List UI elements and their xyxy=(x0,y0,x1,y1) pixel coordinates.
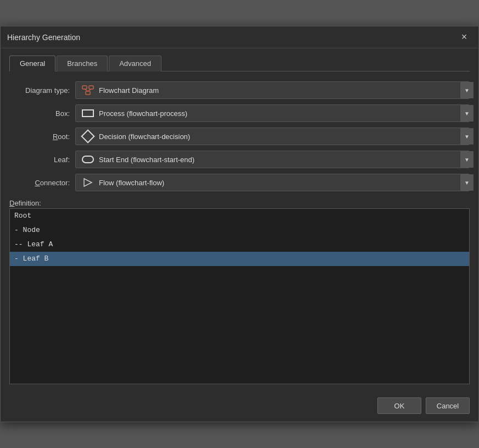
diagram-type-row: Diagram type: Flowchart Diagram ▼ xyxy=(9,81,470,99)
definition-label: Definition: xyxy=(9,199,470,207)
decision-icon xyxy=(80,129,96,144)
diagram-type-dropdown[interactable]: Flowchart Diagram ▼ xyxy=(75,81,470,99)
box-value: Process (flowchart-process) xyxy=(99,109,465,118)
connector-value: Flow (flowchart-flow) xyxy=(99,179,465,187)
dialog-title: Hierarchy Generation xyxy=(7,33,80,42)
root-arrow: ▼ xyxy=(460,128,474,145)
startend-icon xyxy=(80,152,96,167)
leaf-dropdown[interactable]: Start End (flowchart-start-end) ▼ xyxy=(75,151,470,168)
leaf-row: Leaf: Start End (flowchart-start-end) ▼ xyxy=(9,151,470,168)
connector-arrow: ▼ xyxy=(460,174,474,191)
root-dropdown[interactable]: Decision (flowchart-decision) ▼ xyxy=(75,128,470,145)
def-line-leaf-b[interactable]: - Leaf B xyxy=(10,252,469,266)
def-line-leaf-a[interactable]: -- Leaf A xyxy=(10,237,469,252)
diagram-type-value: Flowchart Diagram xyxy=(99,86,465,95)
def-line-node[interactable]: - Node xyxy=(10,223,469,237)
svg-rect-1 xyxy=(89,86,93,89)
box-arrow: ▼ xyxy=(460,105,474,121)
dialog-content: General Branches Advanced Diagram type: xyxy=(1,48,478,393)
root-label: Root: xyxy=(9,132,70,141)
flow-icon xyxy=(80,175,96,190)
hierarchy-generation-dialog: Hierarchy Generation × General Branches … xyxy=(0,26,479,422)
title-bar: Hierarchy Generation × xyxy=(1,26,478,48)
def-line-root[interactable]: Root xyxy=(10,209,469,223)
tab-general[interactable]: General xyxy=(9,56,55,71)
connector-label: Connector: xyxy=(9,179,70,187)
leaf-label: Leaf: xyxy=(9,156,70,164)
leaf-value: Start End (flowchart-start-end) xyxy=(99,156,465,164)
box-dropdown[interactable]: Process (flowchart-process) ▼ xyxy=(75,104,470,122)
ok-button[interactable]: OK xyxy=(377,397,421,414)
tab-advanced[interactable]: Advanced xyxy=(109,56,161,71)
connector-dropdown[interactable]: Flow (flowchart-flow) ▼ xyxy=(75,174,470,191)
close-button[interactable]: × xyxy=(456,30,472,45)
cancel-button[interactable]: Cancel xyxy=(426,397,470,414)
process-icon xyxy=(80,106,96,121)
form-area: Diagram type: Flowchart Diagram ▼ xyxy=(9,81,470,191)
definition-box[interactable]: Root - Node -- Leaf A - Leaf B xyxy=(9,208,470,384)
diagram-type-arrow: ▼ xyxy=(460,82,474,98)
connector-row: Connector: Flow (flowchart-flow) ▼ xyxy=(9,174,470,191)
footer: OK Cancel xyxy=(1,393,478,422)
leaf-arrow: ▼ xyxy=(460,151,474,168)
tabs-bar: General Branches Advanced xyxy=(9,55,470,71)
svg-rect-2 xyxy=(86,91,90,95)
diagram-type-label: Diagram type: xyxy=(9,86,70,95)
flowchart-diagram-icon xyxy=(80,82,96,98)
tab-branches[interactable]: Branches xyxy=(57,56,108,71)
root-row: Root: Decision (flowchart-decision) ▼ xyxy=(9,128,470,145)
box-label: Box: xyxy=(9,109,70,118)
box-row: Box: Process (flowchart-process) ▼ xyxy=(9,104,470,122)
svg-rect-0 xyxy=(82,86,87,89)
root-value: Decision (flowchart-decision) xyxy=(99,132,465,141)
svg-marker-5 xyxy=(84,179,92,186)
definition-section: Definition: Root - Node -- Leaf A - Leaf… xyxy=(9,199,470,384)
